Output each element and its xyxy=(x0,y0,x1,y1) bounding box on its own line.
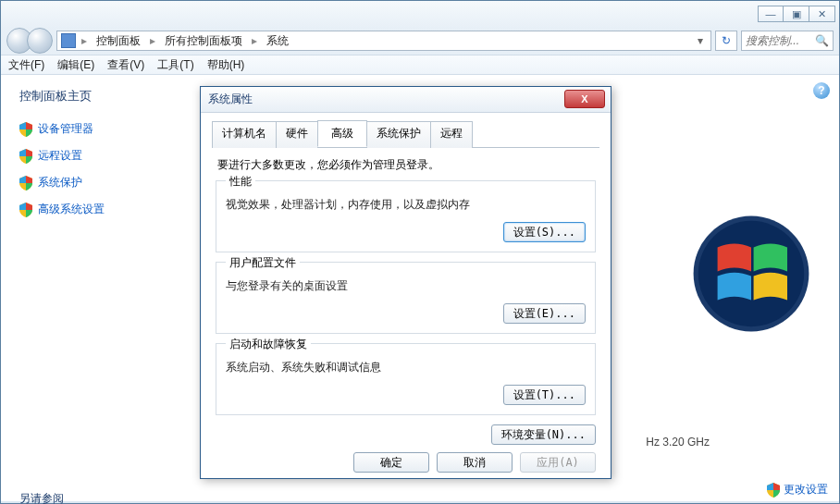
breadcrumb-item[interactable]: 所有控制面板项 xyxy=(161,31,246,51)
tab-remote[interactable]: 远程 xyxy=(430,121,473,148)
shield-icon xyxy=(19,149,32,164)
nav-buttons xyxy=(6,28,53,54)
dialog-titlebar[interactable]: 系统属性 X xyxy=(201,87,611,113)
group-description: 与您登录有关的桌面设置 xyxy=(226,278,586,294)
tab-hardware[interactable]: 硬件 xyxy=(276,121,318,148)
breadcrumb-sep: ▸ xyxy=(146,34,159,47)
sidebar-link-device-manager[interactable]: 设备管理器 xyxy=(19,116,177,142)
system-properties-dialog: 系统属性 X 计算机名 硬件 高级 系统保护 远程 要进行大多数更改，您必须作为… xyxy=(200,86,611,479)
forward-button[interactable] xyxy=(27,28,53,54)
titlebar: — ▣ ✕ xyxy=(1,1,839,27)
svg-point-1 xyxy=(698,221,804,326)
menubar: 文件(F) 编辑(E) 查看(V) 工具(T) 帮助(H) xyxy=(1,55,839,75)
shield-icon xyxy=(19,122,32,137)
sidebar-title: 控制面板主页 xyxy=(19,88,177,104)
tab-computer-name[interactable]: 计算机名 xyxy=(212,121,277,148)
ok-button[interactable]: 确定 xyxy=(353,452,429,473)
dialog-title: 系统属性 xyxy=(208,92,253,107)
address-bar: ▸ 控制面板 ▸ 所有控制面板项 ▸ 系统 ▾ ↻ 🔍 xyxy=(1,27,839,55)
change-settings-link[interactable]: 更改设置 xyxy=(767,482,828,498)
control-panel-window: — ▣ ✕ ▸ 控制面板 ▸ 所有控制面板项 ▸ 系统 ▾ ↻ 🔍 文件(F) … xyxy=(0,0,840,504)
group-title: 用户配置文件 xyxy=(226,255,300,271)
tab-advanced[interactable]: 高级 xyxy=(317,120,367,147)
startup-recovery-settings-button[interactable]: 设置(T)... xyxy=(503,385,586,405)
group-description: 视觉效果，处理器计划，内存使用，以及虚拟内存 xyxy=(226,197,586,213)
menu-tools[interactable]: 工具(T) xyxy=(157,57,193,73)
refresh-button[interactable]: ↻ xyxy=(715,31,737,51)
performance-settings-button[interactable]: 设置(S)... xyxy=(503,222,586,242)
environment-variables-button[interactable]: 环境变量(N)... xyxy=(491,424,596,445)
user-profiles-settings-button[interactable]: 设置(E)... xyxy=(503,303,586,324)
help-button[interactable]: ? xyxy=(813,82,830,99)
group-title: 性能 xyxy=(226,174,255,190)
shield-icon xyxy=(19,176,32,191)
menu-file[interactable]: 文件(F) xyxy=(8,57,44,73)
group-startup-recovery: 启动和故障恢复 系统启动、系统失败和调试信息 设置(T)... xyxy=(216,343,596,415)
sidebar-link-advanced[interactable]: 高级系统设置 xyxy=(19,196,177,223)
breadcrumb-item[interactable]: 控制面板 xyxy=(93,31,144,51)
sidebar-link-label: 高级系统设置 xyxy=(38,202,105,217)
sidebar-see-also-title: 另请参阅 xyxy=(19,491,177,504)
cpu-speed-text: Hz 3.20 GHz xyxy=(646,436,710,449)
sidebar-link-remote[interactable]: 远程设置 xyxy=(19,142,177,169)
control-panel-icon xyxy=(61,33,76,48)
sidebar-link-protection[interactable]: 系统保护 xyxy=(19,169,177,196)
menu-edit[interactable]: 编辑(E) xyxy=(57,57,94,73)
tab-system-protection[interactable]: 系统保护 xyxy=(366,121,431,148)
dialog-description: 要进行大多数更改，您必须作为管理员登录。 xyxy=(217,157,594,173)
breadcrumb[interactable]: ▸ 控制面板 ▸ 所有控制面板项 ▸ 系统 ▾ xyxy=(56,31,711,51)
breadcrumb-sep: ▸ xyxy=(78,34,91,47)
menu-help[interactable]: 帮助(H) xyxy=(207,57,245,73)
shield-icon xyxy=(767,483,780,498)
group-performance: 性能 视觉效果，处理器计划，内存使用，以及虚拟内存 设置(S)... xyxy=(216,180,596,252)
breadcrumb-dropdown-icon[interactable]: ▾ xyxy=(694,34,707,47)
group-user-profiles: 用户配置文件 与您登录有关的桌面设置 设置(E)... xyxy=(216,262,596,334)
sidebar-link-label: 远程设置 xyxy=(38,148,82,164)
apply-button[interactable]: 应用(A) xyxy=(520,452,596,473)
shield-icon xyxy=(19,203,32,217)
search-icon[interactable]: 🔍 xyxy=(815,34,829,47)
search-input[interactable] xyxy=(746,34,815,47)
sidebar: 控制面板主页 设备管理器 远程设置 系统保护 高级系统设置 另请参阅 操作中心 … xyxy=(1,75,186,501)
dialog-close-button[interactable]: X xyxy=(564,90,605,108)
breadcrumb-item[interactable]: 系统 xyxy=(263,31,292,51)
cancel-button[interactable]: 取消 xyxy=(437,452,513,473)
search-box[interactable]: 🔍 xyxy=(741,31,834,51)
menu-view[interactable]: 查看(V) xyxy=(107,57,144,73)
maximize-button[interactable]: ▣ xyxy=(784,6,809,22)
window-close-button[interactable]: ✕ xyxy=(809,6,835,22)
windows-logo xyxy=(691,214,811,337)
group-title: 启动和故障恢复 xyxy=(226,337,311,352)
dialog-body: 计算机名 硬件 高级 系统保护 远程 要进行大多数更改，您必须作为管理员登录。 … xyxy=(201,113,611,482)
change-settings-label: 更改设置 xyxy=(784,482,828,498)
breadcrumb-sep: ▸ xyxy=(248,34,261,47)
dialog-footer: 确定 取消 应用(A) xyxy=(212,452,599,473)
tab-strip: 计算机名 硬件 高级 系统保护 远程 xyxy=(212,120,599,148)
sidebar-link-label: 设备管理器 xyxy=(38,121,93,137)
minimize-button[interactable]: — xyxy=(758,6,784,22)
sidebar-link-label: 系统保护 xyxy=(38,175,82,191)
group-description: 系统启动、系统失败和调试信息 xyxy=(226,360,586,375)
